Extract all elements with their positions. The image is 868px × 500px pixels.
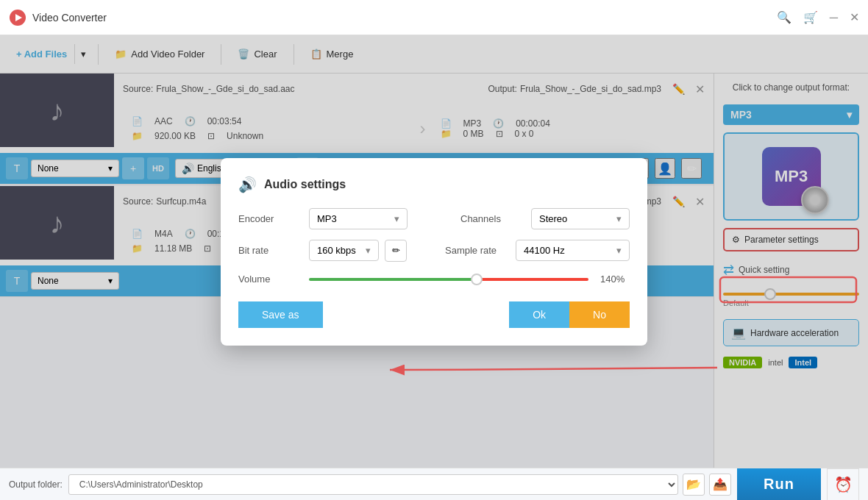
bit-rate-select[interactable]: 160 kbps ▾ xyxy=(309,240,379,261)
modal-title: 🔊 Audio settings xyxy=(238,176,630,193)
window-controls: 🔍 🛒 ─ ✕ xyxy=(777,10,859,24)
title-bar: Video Converter 🔍 🛒 ─ ✕ xyxy=(0,0,868,35)
encoder-channels-row: Encoder MP3 ▾ Channels Stereo ▾ xyxy=(238,208,630,229)
channels-select[interactable]: Stereo ▾ xyxy=(531,208,630,229)
cart-btn[interactable]: 🛒 xyxy=(803,10,818,24)
sample-rate-label: Sample rate xyxy=(445,245,504,256)
bitrate-samplerate-row: Bit rate 160 kbps ▾ ✏ Sample rate 44100 … xyxy=(238,240,630,262)
no-button[interactable]: No xyxy=(569,301,630,328)
audio-settings-icon: 🔊 xyxy=(238,176,257,193)
bit-rate-label: Bit rate xyxy=(238,245,297,256)
bottom-bar: Output folder: C:\Users\Administrator\De… xyxy=(0,468,868,500)
volume-label: Volume xyxy=(238,274,297,285)
volume-percent: 140% xyxy=(600,274,630,285)
modal-overlay: 🔊 Audio settings Encoder MP3 ▾ Channels … xyxy=(0,35,868,468)
minimize-btn[interactable]: ─ xyxy=(830,10,838,24)
output-folder-label: Output folder: xyxy=(9,479,63,490)
close-btn[interactable]: ✕ xyxy=(850,10,859,24)
audio-settings-modal: 🔊 Audio settings Encoder MP3 ▾ Channels … xyxy=(221,158,647,346)
bit-rate-group: 160 kbps ▾ ✏ xyxy=(309,240,407,262)
alarm-btn[interactable]: ⏰ xyxy=(827,468,859,501)
app-icon xyxy=(9,9,26,26)
search-btn[interactable]: 🔍 xyxy=(777,10,791,24)
channels-arrow-icon: ▾ xyxy=(616,213,622,224)
encoder-select[interactable]: MP3 ▾ xyxy=(309,208,408,229)
save-as-button[interactable]: Save as xyxy=(238,301,323,328)
volume-row: Volume 140% xyxy=(238,272,630,287)
run-button[interactable]: Run xyxy=(737,468,821,501)
volume-slider[interactable] xyxy=(309,272,588,287)
browse-folder-btn[interactable]: 📂 xyxy=(683,474,705,496)
samplerate-arrow-icon: ▾ xyxy=(616,245,622,256)
ok-button[interactable]: Ok xyxy=(509,301,569,328)
bitrate-arrow-icon: ▾ xyxy=(366,245,371,256)
app-title: Video Converter xyxy=(32,12,107,24)
modal-footer: Save as Ok No xyxy=(238,301,630,328)
sample-rate-select[interactable]: 44100 Hz ▾ xyxy=(516,240,630,261)
encoder-label: Encoder xyxy=(238,213,297,224)
channels-label: Channels xyxy=(460,213,519,224)
bit-rate-edit-btn[interactable]: ✏ xyxy=(385,240,407,262)
volume-thumb[interactable] xyxy=(471,274,483,285)
encoder-arrow-icon: ▾ xyxy=(394,213,399,224)
output-path-select[interactable]: C:\Users\Administrator\Desktop xyxy=(68,474,678,495)
export-btn[interactable]: 📤 xyxy=(709,474,731,496)
